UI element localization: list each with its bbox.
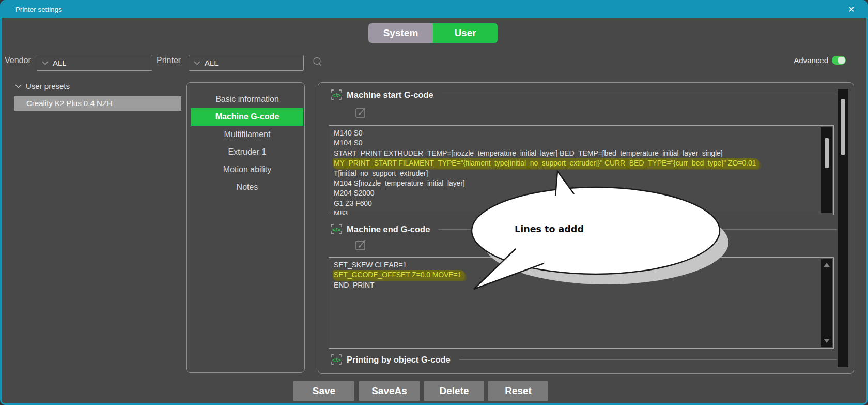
- profile-scope-tabs: System User: [368, 23, 498, 43]
- dialog-title: Printer settings: [2, 6, 62, 13]
- printer-value: ALL: [205, 58, 219, 67]
- svg-text:</>: </>: [332, 357, 340, 363]
- edit-icon[interactable]: [354, 106, 368, 119]
- chevron-down-icon: [15, 84, 22, 88]
- vendor-dropdown[interactable]: ALL: [37, 55, 152, 71]
- section-divider: [459, 359, 837, 360]
- tab-user[interactable]: User: [433, 23, 498, 43]
- search-icon[interactable]: [312, 56, 323, 68]
- gcode-line: G1 Z3 F600: [334, 199, 816, 208]
- scrollbar-thumb[interactable]: [825, 138, 829, 168]
- nav-item-extruder-1[interactable]: Extruder 1: [191, 143, 303, 161]
- delete-button[interactable]: Delete: [424, 381, 484, 401]
- end-gcode-textarea[interactable]: SET_SKEW CLEAR=1SET_GCODE_OFFSET Z=0.0 M…: [329, 257, 834, 349]
- section-header-object-gcode: </> Printing by object G-code: [331, 354, 837, 365]
- section-header-start-gcode: </> Machine start G-code: [331, 89, 837, 100]
- preset-item[interactable]: Creality K2 Plus 0.4 NZH: [14, 96, 181, 111]
- save-button[interactable]: Save: [293, 381, 354, 401]
- gcode-line: M83: [334, 208, 816, 215]
- chevron-down-icon: [42, 61, 49, 65]
- code-tag-icon: </>: [331, 89, 342, 100]
- scroll-down-icon[interactable]: [824, 339, 830, 343]
- panel-scrollbar[interactable]: [838, 89, 848, 367]
- advanced-label: Advanced: [794, 56, 828, 65]
- gcode-settings-panel: </> Machine start G-code M140 S0M104 S0S…: [318, 82, 854, 374]
- gcode-line: END_PRINT: [334, 280, 816, 290]
- gcode-line: SET_GCODE_OFFSET Z=0.0 MOVE=1: [334, 270, 816, 280]
- start-gcode-scrollbar[interactable]: [821, 127, 832, 213]
- user-presets-label: User presets: [26, 82, 70, 91]
- nav-item-machine-g-code[interactable]: Machine G-code: [191, 108, 303, 126]
- scrollbar-thumb[interactable]: [841, 99, 845, 155]
- saveas-button[interactable]: SaveAs: [359, 381, 420, 401]
- section-header-end-gcode: </> Machine end G-code: [331, 223, 837, 235]
- start-gcode-textarea[interactable]: M140 S0M104 S0START_PRINT EXTRUDER_TEMP=…: [329, 125, 834, 215]
- printer-settings-dialog: Printer settings ✕ System User Vendor AL…: [0, 0, 868, 405]
- code-tag-icon: </>: [331, 224, 342, 234]
- gcode-line: M104 S[nozzle_temperature_initial_layer]: [334, 178, 816, 188]
- nav-item-notes[interactable]: Notes: [191, 178, 303, 196]
- code-tag-icon: </>: [331, 354, 342, 365]
- svg-text:</>: </>: [332, 227, 340, 233]
- close-icon[interactable]: ✕: [843, 2, 860, 18]
- section-divider: [442, 95, 837, 95]
- reset-button[interactable]: Reset: [488, 381, 548, 401]
- gcode-line: M104 S0: [334, 138, 816, 148]
- highlighted-gcode-line: MY_PRINT_START FILAMENT_TYPE="{filament_…: [333, 158, 760, 168]
- advanced-toggle[interactable]: [832, 56, 846, 65]
- nav-item-basic-information[interactable]: Basic information: [191, 91, 303, 108]
- vendor-label: Vendor: [5, 56, 31, 65]
- svg-text:</>: </>: [332, 92, 340, 98]
- nav-item-multifilament[interactable]: Multifilament: [191, 126, 303, 143]
- section-title: Machine start G-code: [347, 90, 433, 100]
- vendor-value: ALL: [53, 58, 67, 67]
- gcode-line: MY_PRINT_START FILAMENT_TYPE="{filament_…: [334, 158, 816, 168]
- printer-label: Printer: [157, 56, 181, 65]
- gcode-line: T[initial_no_support_extruder]: [334, 169, 816, 178]
- end-gcode-scrollbar[interactable]: [821, 259, 832, 347]
- settings-nav-panel: Basic informationMachine G-codeMultifila…: [186, 82, 305, 373]
- title-bar: Printer settings: [2, 2, 866, 18]
- edit-icon[interactable]: [354, 238, 368, 251]
- nav-item-motion-ability[interactable]: Motion ability: [191, 161, 303, 178]
- gcode-line: M140 S0: [334, 128, 816, 138]
- section-title: Printing by object G-code: [347, 355, 451, 365]
- section-title: Machine end G-code: [347, 224, 430, 234]
- printer-dropdown[interactable]: ALL: [189, 55, 304, 71]
- toggle-knob: [838, 57, 845, 64]
- settings-nav-list: Basic informationMachine G-codeMultifila…: [191, 91, 303, 196]
- gcode-line: SET_SKEW CLEAR=1: [334, 260, 816, 270]
- user-presets-group[interactable]: User presets: [15, 82, 70, 91]
- highlighted-gcode-line: SET_GCODE_OFFSET Z=0.0 MOVE=1: [333, 270, 465, 280]
- chevron-down-icon: [194, 61, 200, 65]
- gcode-line: M204 S2000: [334, 188, 816, 198]
- tab-system[interactable]: System: [368, 23, 433, 43]
- scroll-up-icon[interactable]: [824, 263, 830, 267]
- gcode-line: START_PRINT EXTRUDER_TEMP=[nozzle_temper…: [334, 148, 816, 158]
- section-divider: [439, 229, 837, 230]
